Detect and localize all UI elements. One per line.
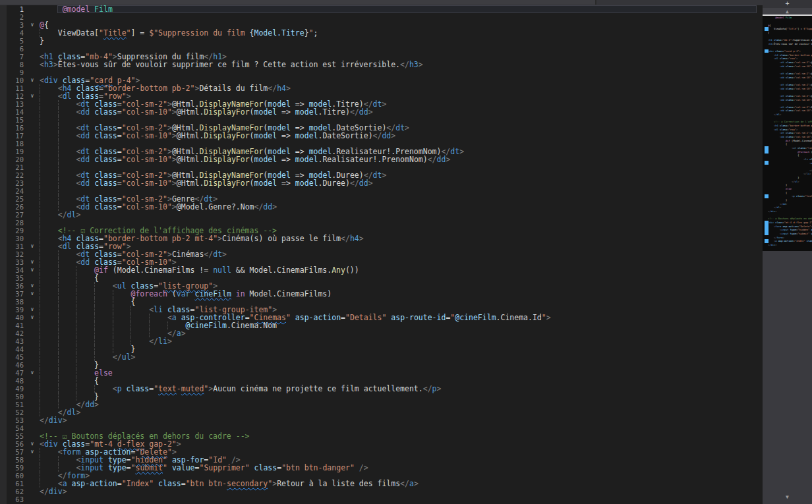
line-number[interactable]: 57	[7, 448, 24, 456]
line-number[interactable]: 60	[7, 472, 24, 480]
line-number[interactable]: 36	[7, 282, 24, 290]
line-number[interactable]: 32	[7, 250, 24, 258]
fold-chevron-icon[interactable]: ∨	[27, 448, 38, 456]
line-number[interactable]: 35	[7, 274, 24, 282]
line-number[interactable]: 2	[7, 13, 24, 21]
line-number[interactable]: 8	[7, 61, 24, 69]
line-number[interactable]: 26	[7, 203, 24, 211]
line-number[interactable]: 18	[7, 140, 24, 148]
add-button[interactable]: +	[763, 0, 812, 8]
code-line[interactable]: 62</div>	[0, 488, 758, 495]
fold-chevron-icon[interactable]: ∨	[27, 306, 38, 314]
code-line[interactable]: 23 <dd class="col-sm-10">@Html.DisplayFo…	[0, 179, 758, 187]
line-number[interactable]: 30	[7, 235, 24, 242]
minimap[interactable]: @model Film@{ ViewData["Title"] = $"Supp…	[763, 16, 812, 251]
fold-chevron-icon[interactable]: ∨	[27, 314, 38, 322]
line-number[interactable]: 38	[7, 298, 24, 306]
line-number[interactable]: 48	[7, 377, 24, 385]
code-line[interactable]: 61 <a asp-action="Index" class="btn btn-…	[0, 480, 758, 488]
code-line[interactable]: 53</div>	[0, 416, 758, 424]
line-number[interactable]: 6	[7, 45, 24, 53]
line-number[interactable]: 9	[7, 69, 24, 76]
fold-chevron-icon[interactable]: ∨	[27, 440, 38, 448]
line-number[interactable]: 40	[7, 314, 24, 322]
code-editor[interactable]: 1 @model Film23∨@{4 ViewData["Title"] = …	[0, 5, 758, 504]
line-number[interactable]: 1	[7, 5, 24, 13]
line-number[interactable]: 62	[7, 488, 24, 495]
line-number[interactable]: 53	[7, 416, 24, 424]
line-number[interactable]: 58	[7, 456, 24, 464]
line-number[interactable]: 43	[7, 337, 24, 345]
line-number[interactable]: 19	[7, 148, 24, 155]
line-number[interactable]: 51	[7, 401, 24, 408]
line-number[interactable]: 37	[7, 290, 24, 298]
code-line[interactable]: 34∨ @if (Model.CinemaFilms != null && Mo…	[0, 266, 758, 274]
code-line[interactable]: 17 <dd class="col-sm-10">@Html.DisplayFo…	[0, 132, 758, 140]
line-number[interactable]: 33	[7, 258, 24, 266]
code-line[interactable]: 51 </dd>	[0, 401, 758, 408]
line-number[interactable]: 63	[7, 495, 24, 503]
line-number[interactable]: 14	[7, 108, 24, 116]
line-number[interactable]: 13	[7, 100, 24, 108]
line-number[interactable]: 4	[7, 29, 24, 37]
line-number[interactable]: 41	[7, 322, 24, 329]
line-number[interactable]: 59	[7, 464, 24, 472]
line-number[interactable]: 15	[7, 116, 24, 124]
code-line[interactable]: 2	[0, 13, 758, 21]
line-number[interactable]: 10	[7, 76, 24, 84]
line-number[interactable]: 45	[7, 353, 24, 361]
fold-chevron-icon[interactable]: ∨	[27, 258, 38, 266]
code-line[interactable]: 27 </dl>	[0, 211, 758, 219]
code-line[interactable]: 8<h3>Êtes-vous sûr de vouloir supprimer …	[0, 61, 758, 69]
scroll-down-button[interactable]: ▼	[763, 493, 812, 501]
line-number[interactable]: 11	[7, 84, 24, 92]
code-line[interactable]: 50 }	[0, 393, 758, 401]
line-number[interactable]: 17	[7, 132, 24, 140]
code-line[interactable]: 26 <dd class="col-sm-10">@Model.Genre?.N…	[0, 203, 758, 211]
line-number[interactable]: 12	[7, 92, 24, 100]
fold-chevron-icon[interactable]: ∨	[27, 282, 38, 290]
line-number[interactable]: 23	[7, 179, 24, 187]
code-line[interactable]: 59 <input type="submit" value="Supprimer…	[0, 464, 758, 472]
code-line[interactable]: 49 <p class="text-muted">Aucun cinéma ne…	[0, 385, 758, 393]
line-number[interactable]: 24	[7, 187, 24, 195]
line-number[interactable]: 52	[7, 408, 24, 416]
fold-chevron-icon[interactable]: ∨	[27, 242, 38, 250]
code-line[interactable]: 47∨ else	[0, 369, 758, 377]
fold-chevron-icon[interactable]: ∨	[27, 266, 38, 274]
line-number[interactable]: 3	[7, 21, 24, 29]
line-number[interactable]: 5	[7, 37, 24, 45]
line-number[interactable]: 31	[7, 242, 24, 250]
fold-chevron-icon[interactable]: ∨	[27, 21, 38, 29]
line-number[interactable]: 47	[7, 369, 24, 377]
code-line[interactable]: 4 ViewData["Title"] = $"Suppression du f…	[0, 29, 758, 37]
line-number[interactable]: 22	[7, 171, 24, 179]
code-line[interactable]: 14 <dd class="col-sm-10">@Html.DisplayFo…	[0, 108, 758, 116]
code-line[interactable]: 20 <dd class="col-sm-10">@Html.DisplayFo…	[0, 155, 758, 163]
line-number[interactable]: 7	[7, 53, 24, 61]
line-number[interactable]: 21	[7, 163, 24, 171]
line-number[interactable]: 50	[7, 393, 24, 401]
code-line[interactable]: 46 }	[0, 361, 758, 369]
line-number[interactable]: 29	[7, 227, 24, 235]
code-line[interactable]: 45 </ul>	[0, 353, 758, 361]
line-number[interactable]: 16	[7, 124, 24, 132]
line-number[interactable]: 27	[7, 211, 24, 219]
line-number[interactable]: 56	[7, 440, 24, 448]
line-number[interactable]: 54	[7, 424, 24, 432]
line-number[interactable]: 25	[7, 195, 24, 203]
code-line[interactable]: 52 </dl>	[0, 408, 758, 416]
line-number[interactable]: 39	[7, 306, 24, 314]
code-line[interactable]: 63	[0, 495, 758, 503]
line-number[interactable]: 55	[7, 432, 24, 440]
fold-chevron-icon[interactable]: ∨	[27, 369, 38, 377]
line-number[interactable]: 20	[7, 155, 24, 163]
line-number[interactable]: 49	[7, 385, 24, 393]
line-number[interactable]: 44	[7, 345, 24, 353]
line-number[interactable]: 28	[7, 219, 24, 227]
line-number[interactable]: 46	[7, 361, 24, 369]
code-line[interactable]: 1 @model Film	[0, 5, 758, 13]
line-number[interactable]: 61	[7, 480, 24, 488]
line-number[interactable]: 34	[7, 266, 24, 274]
fold-chevron-icon[interactable]: ∨	[27, 290, 38, 298]
